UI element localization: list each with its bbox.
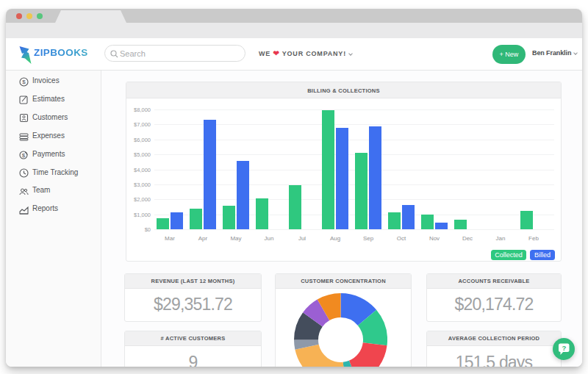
svg-text:$: $ [22, 152, 26, 159]
svg-text:?: ? [562, 344, 566, 352]
svg-text:$: $ [22, 79, 26, 85]
